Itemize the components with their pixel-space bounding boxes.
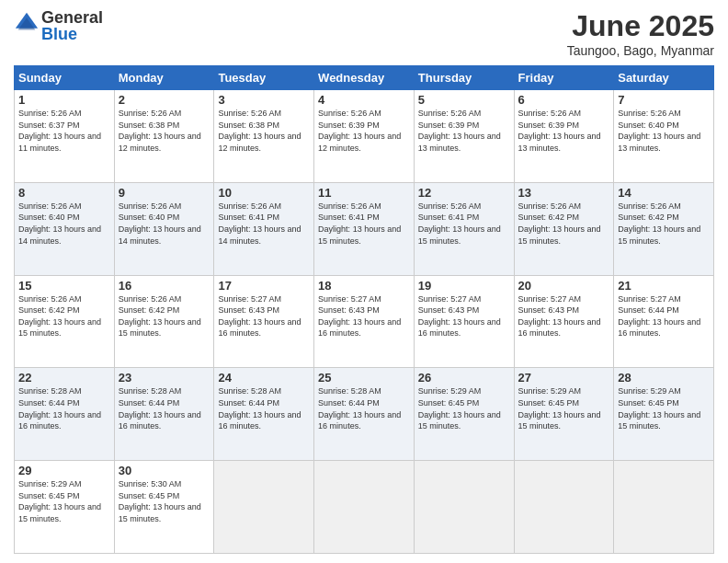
month-title: June 2025 — [567, 9, 714, 43]
table-row: 11Sunrise: 5:26 AMSunset: 6:41 PMDayligh… — [314, 182, 415, 275]
day-info: Sunrise: 5:28 AMSunset: 6:44 PMDaylight:… — [318, 386, 401, 431]
day-info: Sunrise: 5:28 AMSunset: 6:44 PMDaylight:… — [218, 386, 301, 431]
day-number: 30 — [119, 464, 210, 477]
table-row: 15Sunrise: 5:26 AMSunset: 6:42 PMDayligh… — [15, 275, 115, 368]
day-number: 6 — [518, 93, 610, 107]
table-row — [414, 461, 514, 554]
table-row: 28Sunrise: 5:29 AMSunset: 6:45 PMDayligh… — [614, 368, 714, 461]
day-number: 21 — [618, 279, 710, 293]
calendar-row-4: 22Sunrise: 5:28 AMSunset: 6:44 PMDayligh… — [15, 368, 714, 461]
day-number: 22 — [18, 371, 110, 385]
day-number: 2 — [119, 93, 210, 107]
day-number: 25 — [318, 371, 410, 385]
day-info: Sunrise: 5:26 AMSunset: 6:41 PMDaylight:… — [418, 201, 501, 246]
day-info: Sunrise: 5:26 AMSunset: 6:37 PMDaylight:… — [18, 109, 101, 153]
table-row: 30Sunrise: 5:30 AMSunset: 6:45 PMDayligh… — [114, 461, 214, 554]
day-info: Sunrise: 5:29 AMSunset: 6:45 PMDaylight:… — [618, 386, 700, 431]
header: General Blue June 2025 Taungoo, Bago, My… — [14, 9, 714, 58]
day-info: Sunrise: 5:29 AMSunset: 6:45 PMDaylight:… — [418, 386, 501, 431]
day-number: 5 — [418, 93, 510, 107]
col-wednesday: Wednesday — [314, 66, 415, 90]
table-row: 14Sunrise: 5:26 AMSunset: 6:42 PMDayligh… — [614, 182, 714, 275]
day-number: 28 — [618, 371, 710, 385]
table-row: 7Sunrise: 5:26 AMSunset: 6:40 PMDaylight… — [614, 90, 714, 183]
calendar-row-1: 1Sunrise: 5:26 AMSunset: 6:37 PMDaylight… — [15, 90, 714, 183]
table-row: 26Sunrise: 5:29 AMSunset: 6:45 PMDayligh… — [414, 368, 514, 461]
table-row — [314, 461, 415, 554]
table-row: 10Sunrise: 5:26 AMSunset: 6:41 PMDayligh… — [214, 182, 314, 275]
day-number: 26 — [418, 371, 510, 385]
day-info: Sunrise: 5:26 AMSunset: 6:39 PMDaylight:… — [418, 109, 501, 153]
table-row: 27Sunrise: 5:29 AMSunset: 6:45 PMDayligh… — [514, 368, 614, 461]
day-number: 12 — [418, 186, 510, 200]
day-info: Sunrise: 5:26 AMSunset: 6:42 PMDaylight:… — [18, 294, 101, 339]
day-number: 20 — [518, 279, 610, 293]
day-info: Sunrise: 5:26 AMSunset: 6:40 PMDaylight:… — [18, 201, 101, 246]
day-number: 7 — [618, 93, 710, 107]
table-row — [614, 461, 714, 554]
day-info: Sunrise: 5:29 AMSunset: 6:45 PMDaylight:… — [518, 386, 601, 431]
col-thursday: Thursday — [414, 66, 514, 90]
location: Taungoo, Bago, Myanmar — [567, 43, 714, 58]
day-info: Sunrise: 5:27 AMSunset: 6:43 PMDaylight:… — [518, 294, 601, 339]
col-saturday: Saturday — [614, 66, 714, 90]
day-info: Sunrise: 5:26 AMSunset: 6:42 PMDaylight:… — [618, 201, 700, 246]
day-info: Sunrise: 5:27 AMSunset: 6:44 PMDaylight:… — [618, 294, 700, 339]
day-info: Sunrise: 5:26 AMSunset: 6:41 PMDaylight:… — [318, 201, 401, 246]
table-row: 29Sunrise: 5:29 AMSunset: 6:45 PMDayligh… — [15, 461, 115, 554]
table-row: 23Sunrise: 5:28 AMSunset: 6:44 PMDayligh… — [114, 368, 214, 461]
day-number: 19 — [418, 279, 510, 293]
day-info: Sunrise: 5:26 AMSunset: 6:40 PMDaylight:… — [119, 201, 201, 246]
day-info: Sunrise: 5:26 AMSunset: 6:41 PMDaylight:… — [218, 201, 301, 246]
day-info: Sunrise: 5:27 AMSunset: 6:43 PMDaylight:… — [218, 294, 301, 339]
day-info: Sunrise: 5:26 AMSunset: 6:39 PMDaylight:… — [518, 109, 601, 153]
col-monday: Monday — [114, 66, 214, 90]
logo: General Blue — [14, 9, 103, 42]
table-row — [214, 461, 314, 554]
logo-general: General — [41, 9, 103, 26]
table-row: 8Sunrise: 5:26 AMSunset: 6:40 PMDaylight… — [15, 182, 115, 275]
table-row: 4Sunrise: 5:26 AMSunset: 6:39 PMDaylight… — [314, 90, 415, 183]
logo-icon — [14, 11, 40, 37]
table-row: 9Sunrise: 5:26 AMSunset: 6:40 PMDaylight… — [114, 182, 214, 275]
table-row: 16Sunrise: 5:26 AMSunset: 6:42 PMDayligh… — [114, 275, 214, 368]
day-number: 18 — [318, 279, 410, 293]
title-block: June 2025 Taungoo, Bago, Myanmar — [567, 9, 714, 58]
calendar-row-3: 15Sunrise: 5:26 AMSunset: 6:42 PMDayligh… — [15, 275, 714, 368]
logo-blue: Blue — [41, 26, 103, 42]
table-row: 22Sunrise: 5:28 AMSunset: 6:44 PMDayligh… — [15, 368, 115, 461]
table-row: 19Sunrise: 5:27 AMSunset: 6:43 PMDayligh… — [414, 275, 514, 368]
day-number: 29 — [18, 464, 110, 477]
day-number: 16 — [119, 279, 210, 293]
table-row: 6Sunrise: 5:26 AMSunset: 6:39 PMDaylight… — [514, 90, 614, 183]
day-info: Sunrise: 5:26 AMSunset: 6:38 PMDaylight:… — [218, 109, 301, 153]
day-info: Sunrise: 5:26 AMSunset: 6:42 PMDaylight:… — [518, 201, 601, 246]
day-info: Sunrise: 5:28 AMSunset: 6:44 PMDaylight:… — [18, 386, 101, 431]
calendar-table: Sunday Monday Tuesday Wednesday Thursday… — [14, 65, 714, 554]
day-info: Sunrise: 5:26 AMSunset: 6:38 PMDaylight:… — [119, 109, 201, 153]
header-row: Sunday Monday Tuesday Wednesday Thursday… — [15, 66, 714, 90]
day-info: Sunrise: 5:27 AMSunset: 6:43 PMDaylight:… — [418, 294, 501, 339]
day-number: 10 — [218, 186, 310, 200]
day-number: 11 — [318, 186, 410, 200]
day-number: 4 — [318, 93, 410, 107]
page: General Blue June 2025 Taungoo, Bago, My… — [0, 0, 728, 563]
calendar-row-5: 29Sunrise: 5:29 AMSunset: 6:45 PMDayligh… — [15, 461, 714, 554]
day-number: 17 — [218, 279, 310, 293]
table-row: 1Sunrise: 5:26 AMSunset: 6:37 PMDaylight… — [15, 90, 115, 183]
table-row: 18Sunrise: 5:27 AMSunset: 6:43 PMDayligh… — [314, 275, 415, 368]
table-row: 5Sunrise: 5:26 AMSunset: 6:39 PMDaylight… — [414, 90, 514, 183]
day-info: Sunrise: 5:26 AMSunset: 6:39 PMDaylight:… — [318, 109, 401, 153]
day-info: Sunrise: 5:26 AMSunset: 6:42 PMDaylight:… — [119, 294, 201, 339]
day-number: 3 — [218, 93, 310, 107]
day-number: 24 — [218, 371, 310, 385]
table-row: 25Sunrise: 5:28 AMSunset: 6:44 PMDayligh… — [314, 368, 415, 461]
col-friday: Friday — [514, 66, 614, 90]
day-number: 1 — [18, 93, 110, 107]
day-number: 23 — [119, 371, 210, 385]
col-tuesday: Tuesday — [214, 66, 314, 90]
day-number: 8 — [18, 186, 110, 200]
day-number: 15 — [18, 279, 110, 293]
table-row: 13Sunrise: 5:26 AMSunset: 6:42 PMDayligh… — [514, 182, 614, 275]
table-row: 3Sunrise: 5:26 AMSunset: 6:38 PMDaylight… — [214, 90, 314, 183]
